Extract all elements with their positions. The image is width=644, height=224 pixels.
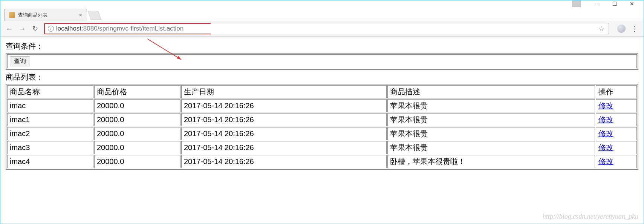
cell-name: imac1 — [7, 113, 93, 126]
table-row: imac1 20000.0 2017-05-14 20:16:26 苹果本很贵 … — [7, 113, 637, 126]
cell-action: 修改 — [596, 113, 637, 126]
header-date: 生产日期 — [181, 85, 387, 98]
header-desc: 商品描述 — [387, 85, 595, 98]
item-list-label: 商品列表： — [6, 72, 638, 82]
table-row: imac2 20000.0 2017-05-14 20:16:26 苹果本很贵 … — [7, 127, 637, 140]
cell-price: 20000.0 — [94, 113, 181, 126]
edit-link[interactable]: 修改 — [598, 157, 613, 166]
bookmark-star-icon[interactable]: ☆ — [598, 25, 604, 33]
cell-price: 20000.0 — [94, 127, 181, 140]
item-table: 商品名称 商品价格 生产日期 商品描述 操作 imac 20000.0 2017… — [6, 84, 638, 170]
cell-desc: 卧槽，苹果本很贵啦！ — [387, 155, 595, 168]
header-price: 商品价格 — [94, 85, 181, 98]
cell-name: imac3 — [7, 141, 93, 154]
browser-toolbar: ← → ↻ i localhost:8080/springmvc-first/i… — [0, 21, 644, 37]
cell-price: 20000.0 — [94, 155, 181, 168]
header-name: 商品名称 — [7, 85, 93, 98]
address-bar[interactable]: i localhost:8080/springmvc-first/itemLis… — [44, 23, 609, 34]
window-close-button[interactable] — [623, 0, 641, 7]
tab-title: 查询商品列表 — [18, 12, 76, 18]
edit-link[interactable]: 修改 — [598, 115, 613, 124]
url-text: localhost:8080/springmvc-first/itemList.… — [56, 25, 184, 32]
page-content: 查询条件： 查询 商品列表： 商品名称 商品价格 生产日期 商品描述 操作 im… — [0, 37, 644, 174]
cell-desc: 苹果本很贵 — [387, 127, 595, 140]
cell-action: 修改 — [596, 155, 637, 168]
maximize-button[interactable] — [606, 0, 623, 7]
table-row: imac4 20000.0 2017-05-14 20:16:26 卧槽，苹果本… — [7, 155, 637, 168]
browser-tab[interactable]: 查询商品列表 × — [4, 9, 87, 21]
tab-close-icon[interactable]: × — [79, 12, 82, 18]
cell-name: imac — [7, 99, 93, 112]
cell-desc: 苹果本很贵 — [387, 113, 595, 126]
cell-date: 2017-05-14 20:16:26 — [181, 127, 387, 140]
info-icon[interactable]: i — [48, 26, 54, 32]
cell-desc: 苹果本很贵 — [387, 141, 595, 154]
new-tab-button[interactable] — [88, 11, 102, 20]
query-button[interactable]: 查询 — [10, 56, 30, 66]
cell-action: 修改 — [596, 141, 637, 154]
cell-price: 20000.0 — [94, 141, 181, 154]
cell-date: 2017-05-14 20:16:26 — [181, 99, 387, 112]
cell-action: 修改 — [596, 99, 637, 112]
cell-date: 2017-05-14 20:16:26 — [181, 155, 387, 168]
edit-link[interactable]: 修改 — [598, 129, 613, 138]
table-header-row: 商品名称 商品价格 生产日期 商品描述 操作 — [7, 85, 637, 98]
watermark-text: http://blog.csdn.net/yerenyuan_pku — [543, 213, 638, 221]
cell-action: 修改 — [596, 127, 637, 140]
window-titlebar — [0, 0, 644, 7]
query-table: 查询 — [6, 53, 638, 70]
table-row: imac 20000.0 2017-05-14 20:16:26 苹果本很贵 修… — [7, 99, 637, 112]
header-action: 操作 — [596, 85, 637, 98]
reload-button[interactable]: ↻ — [31, 25, 39, 33]
user-icon[interactable] — [572, 0, 581, 7]
query-conditions-label: 查询条件： — [6, 41, 638, 51]
menu-icon[interactable]: ⋮ — [631, 24, 638, 33]
cell-date: 2017-05-14 20:16:26 — [181, 113, 387, 126]
back-button[interactable]: ← — [6, 25, 13, 33]
forward-button[interactable]: → — [18, 25, 26, 33]
extension-icon[interactable] — [617, 25, 626, 33]
cell-desc: 苹果本很贵 — [387, 99, 595, 112]
table-row: imac3 20000.0 2017-05-14 20:16:26 苹果本很贵 … — [7, 141, 637, 154]
minimize-button[interactable] — [589, 0, 606, 7]
browser-tab-strip: 查询商品列表 × — [0, 7, 644, 21]
cell-name: imac4 — [7, 155, 93, 168]
edit-link[interactable]: 修改 — [598, 101, 613, 110]
cell-name: imac2 — [7, 127, 93, 140]
edit-link[interactable]: 修改 — [598, 143, 613, 152]
favicon-icon — [9, 12, 15, 18]
cell-price: 20000.0 — [94, 99, 181, 112]
cell-date: 2017-05-14 20:16:26 — [181, 141, 387, 154]
